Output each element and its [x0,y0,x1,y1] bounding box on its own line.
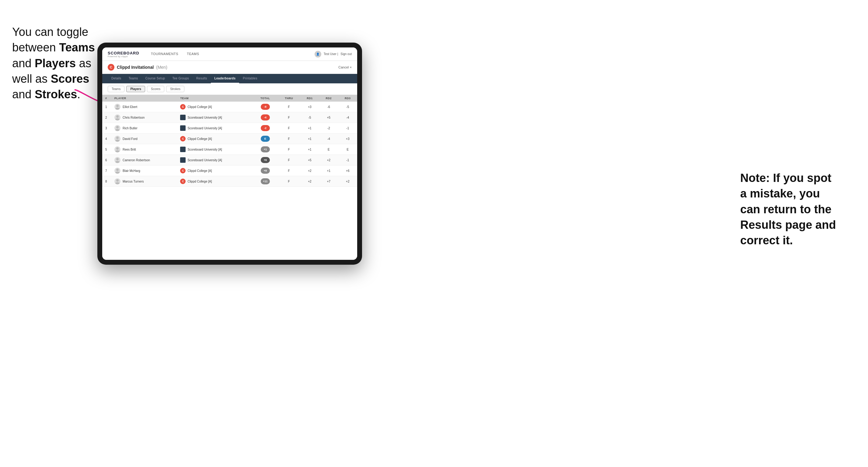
nav-tournaments[interactable]: TOURNAMENTS [147,48,183,61]
team-name: Scoreboard University [A] [187,116,222,119]
table-row: 4 David Ford C Clippd College [A] E F +1… [102,133,357,144]
toggle-scores[interactable]: Scores [147,86,164,92]
top-nav: SCOREBOARD Powered by clippd TOURNAMENTS… [102,48,357,61]
team-name: Clippd College [A] [187,137,212,141]
table-row: 6 Cameron Robertson Scoreboard Universit… [102,155,357,165]
player-name: Blair McHarg [123,169,140,173]
tablet-frame: SCOREBOARD Powered by clippd TOURNAMENTS… [97,42,362,265]
player-avatar [114,146,121,152]
tab-course-setup[interactable]: Course Setup [142,74,169,83]
cell-total: E [253,133,278,144]
team-logo-icon: C [180,136,186,142]
cell-rd1: +5 [300,155,319,165]
table-row: 2 Chris Robertson Scoreboard University … [102,112,357,123]
nav-teams[interactable]: TEAMS [183,48,203,61]
cell-team: Scoreboard University [A] [177,155,253,165]
svg-point-14 [115,172,120,174]
cell-rd3: +6 [338,165,357,176]
cell-total: +8 [253,165,278,176]
team-logo-icon: C [180,104,186,110]
total-badge: +8 [261,168,270,174]
cell-rd3: +3 [338,133,357,144]
svg-point-16 [115,182,120,184]
tab-details[interactable]: Details [108,74,125,83]
tournament-title: Clippd Invitational (Men) [117,65,167,70]
cell-total: -2 [253,123,278,133]
cell-rd2: +2 [319,155,338,165]
cell-rank: 1 [102,102,111,112]
cell-thru: F [278,133,300,144]
total-badge: +11 [261,178,270,184]
cell-total: +6 [253,155,278,165]
cell-rd2: E [319,144,338,155]
cancel-button[interactable]: Cancel × [338,65,352,69]
tab-printables[interactable]: Printables [239,74,261,83]
col-rd2: RD2 [319,95,338,102]
cell-rd3: -1 [338,155,357,165]
team-name: Clippd College [A] [187,180,212,183]
app-logo: SCOREBOARD Powered by clippd [108,51,140,58]
cell-total: +1 [253,144,278,155]
cell-rank: 6 [102,155,111,165]
sign-out-link[interactable]: Sign out [340,52,352,56]
player-avatar [114,104,121,110]
cell-team: C Clippd College [A] [177,133,253,144]
team-logo-icon: C [180,179,186,184]
player-avatar [114,136,121,142]
cell-rd1: +2 [300,176,319,187]
cell-rd1: +2 [300,165,319,176]
cell-rd3: +2 [338,176,357,187]
nav-links: TOURNAMENTS TEAMS [147,48,315,61]
total-badge: -8 [261,104,270,110]
toggle-players[interactable]: Players [126,86,145,92]
svg-point-5 [116,126,119,128]
player-name: Elliot Ebert [123,105,137,108]
svg-point-6 [115,129,120,131]
team-logo-icon [180,115,186,120]
player-name: David Ford [123,137,137,141]
cell-rd3: -5 [338,102,357,112]
total-badge: +1 [261,146,270,152]
cell-team: C Clippd College [A] [177,176,253,187]
cell-rank: 7 [102,165,111,176]
right-annotation: Note: If you spot a mistake, you can ret… [740,170,856,248]
cell-player: Marcus Turners [111,176,177,187]
cell-rd2: -4 [319,133,338,144]
toggle-teams[interactable]: Teams [108,86,124,92]
player-avatar [114,168,121,174]
toggle-strokes[interactable]: Strokes [166,86,184,92]
total-badge: -2 [261,125,270,131]
cell-rd2: +7 [319,176,338,187]
col-rd3: RD3 [338,95,357,102]
logo-title: SCOREBOARD [108,51,140,55]
tablet-screen: SCOREBOARD Powered by clippd TOURNAMENTS… [102,48,357,260]
cell-rank: 3 [102,123,111,133]
cell-rank: 2 [102,112,111,123]
player-avatar [114,157,121,163]
player-name: Rich Butler [123,127,137,130]
cell-rd1: -5 [300,112,319,123]
tab-tee-groups[interactable]: Tee Groups [168,74,193,83]
cell-rd1: +1 [300,123,319,133]
tab-leaderboards[interactable]: Leaderboards [211,74,240,83]
cell-thru: F [278,165,300,176]
cell-rd2: -6 [319,102,338,112]
tab-results[interactable]: Results [193,74,211,83]
col-team: TEAM [177,95,253,102]
cell-rank: 4 [102,133,111,144]
tab-teams[interactable]: Teams [125,74,142,83]
team-logo-icon [180,147,186,152]
cell-rank: 5 [102,144,111,155]
table-row: 3 Rich Butler Scoreboard University [A] … [102,123,357,133]
player-name: Rees Britt [123,148,136,151]
svg-point-10 [115,150,120,152]
cell-thru: F [278,102,300,112]
team-name: Scoreboard University [A] [187,148,222,151]
svg-point-2 [115,108,120,110]
table-row: 5 Rees Britt Scoreboard University [A] +… [102,144,357,155]
svg-point-15 [116,179,119,182]
svg-point-1 [116,105,119,107]
user-label: Test User | [324,52,338,56]
svg-point-4 [115,118,120,121]
col-rd1: RD1 [300,95,319,102]
